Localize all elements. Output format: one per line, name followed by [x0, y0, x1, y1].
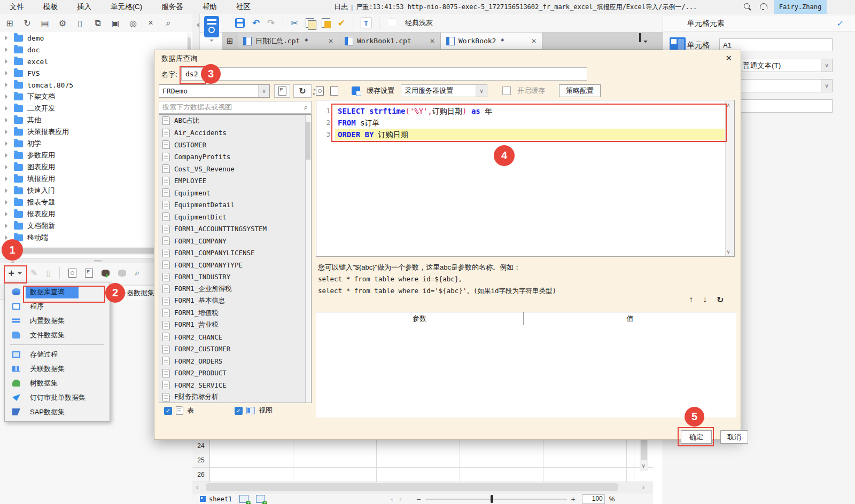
cut-icon[interactable]: ✂ — [291, 18, 298, 29]
menu-item-钉钉审批单数据集[interactable]: 钉钉审批单数据集 — [5, 390, 110, 405]
paste-icon[interactable] — [322, 18, 330, 28]
table-list-item[interactable]: Air_Accidents — [159, 127, 311, 139]
search-icon[interactable] — [744, 3, 751, 11]
grid-cell[interactable] — [460, 468, 543, 482]
table-list-item[interactable]: FORM2_SERVICE — [159, 379, 311, 391]
table-list-item[interactable]: Cost_VS_Revenue — [159, 163, 311, 175]
sql-line[interactable]: 3ORDER BY 订购日期 — [316, 129, 734, 140]
edit-dataset-icon[interactable]: ✎ — [30, 268, 37, 278]
menubar-item[interactable]: 模板 — [34, 2, 67, 12]
expand-triangle-icon[interactable] — [5, 141, 10, 146]
expand-triangle-icon[interactable] — [5, 71, 10, 75]
preview-dataset-icon[interactable] — [68, 269, 76, 278]
close-tab-icon[interactable]: ✕ — [524, 37, 537, 45]
refresh-icon[interactable]: ↻ — [22, 18, 33, 28]
expand-triangle-icon[interactable] — [5, 118, 10, 122]
table-list-item[interactable]: FORM2_CHANCE — [159, 331, 311, 343]
sql-editor[interactable]: 1SELECT strftime('%Y',订购日期) as 年2FROM s订… — [316, 100, 735, 257]
expand-triangle-icon[interactable] — [5, 106, 10, 111]
connect-database-icon[interactable] — [102, 270, 110, 277]
scroll-left-icon[interactable]: ‹ — [192, 484, 202, 491]
file-tab[interactable]: WorkBook2 *✕ — [441, 33, 542, 49]
theme-label[interactable]: 经典浅灰 — [405, 18, 433, 28]
expand-triangle-icon[interactable] — [5, 83, 10, 87]
file-tab[interactable]: 日期汇总.cpt *✕ — [238, 33, 339, 49]
expand-triangle-icon[interactable] — [5, 59, 10, 64]
cancel-button[interactable]: 取消 — [720, 430, 748, 444]
expand-triangle-icon[interactable] — [5, 177, 10, 181]
grid-cell[interactable] — [293, 468, 377, 482]
menubar-item[interactable]: 单元格(C) — [101, 2, 152, 12]
expand-triangle-icon[interactable] — [5, 94, 10, 99]
sheet-tab[interactable]: sheet1 — [209, 495, 232, 503]
expand-triangle-icon[interactable] — [5, 165, 10, 169]
undo-icon[interactable]: ↶ — [252, 18, 260, 29]
scroll-right-icon[interactable]: › — [642, 484, 644, 491]
table-list-item[interactable]: ABC占比 — [159, 115, 311, 127]
menubar-item[interactable]: 插入 — [67, 2, 101, 12]
menu-item-SAP数据集[interactable]: SAP数据集 — [5, 405, 110, 419]
new-template-icon[interactable]: ⊞ — [4, 18, 15, 28]
copy-template-icon[interactable]: ⧉ — [92, 18, 103, 28]
spreadsheet-grid[interactable]: 242526 — [192, 438, 653, 483]
table-list-item[interactable]: F财务指标分析 — [159, 391, 311, 404]
pane-splitter[interactable]: ◂▸ — [313, 88, 315, 96]
table-list-item[interactable]: FORM1_增值税 — [159, 307, 311, 319]
expand-triangle-icon[interactable] — [5, 224, 10, 228]
menu-item-树数据集[interactable]: 树数据集 — [5, 376, 110, 390]
form-icon[interactable]: ▤ — [40, 18, 50, 28]
table-list-item[interactable]: CUSTOMER — [159, 139, 311, 151]
menu-item-关联数据集[interactable]: 关联数据集 — [5, 361, 110, 376]
table-list-item[interactable]: EquipmentDict — [159, 211, 311, 223]
table-list-item[interactable]: FORM1_ACCOUNTTINGSYSTEM — [159, 223, 311, 235]
view-checkbox[interactable]: ✓ — [235, 407, 243, 415]
table-list-item[interactable]: FORM1_企业所得税 — [159, 283, 311, 295]
copy-icon[interactable] — [306, 18, 314, 28]
menu-item-存储过程[interactable]: 存储过程 — [5, 347, 110, 361]
grid-cell[interactable] — [460, 439, 543, 453]
expand-triangle-icon[interactable] — [5, 130, 10, 134]
grid-row[interactable]: 24 — [192, 439, 653, 453]
zoom-slider-thumb[interactable] — [491, 495, 493, 503]
delete-icon[interactable]: ▯ — [75, 18, 86, 28]
format-painter-icon[interactable]: ✔ — [338, 18, 345, 29]
grid-cell[interactable] — [377, 439, 460, 453]
grid-cell[interactable] — [377, 468, 460, 482]
table-list[interactable]: ABC占比Air_AccidentsCUSTOMERCompanyProfits… — [159, 114, 312, 403]
sql-editor-scrollbar[interactable]: ∧∨ — [725, 101, 734, 256]
sql-line[interactable]: 1SELECT strftime('%Y',订购日期) as 年 — [316, 105, 734, 117]
close-icon[interactable]: ✕ — [725, 53, 732, 63]
menu-item-数据库查询[interactable]: 数据库查询 — [5, 285, 110, 299]
locate-icon[interactable]: ◎ — [128, 18, 138, 28]
ok-button[interactable]: 确定 — [681, 430, 712, 444]
add-dataset-button[interactable]: ＋ — [6, 266, 22, 279]
expand-triangle-icon[interactable] — [5, 48, 10, 52]
disconnect-database-icon[interactable] — [118, 270, 126, 277]
settings-icon[interactable]: ⚙ — [57, 18, 68, 28]
grid-cell[interactable] — [377, 453, 460, 468]
table-list-item[interactable]: FORM2_CUSTOMER — [159, 343, 311, 356]
menu-item-文件数据集[interactable]: 文件数据集 — [5, 328, 110, 342]
parameter-table-body[interactable] — [316, 325, 736, 418]
preview-sql-icon[interactable] — [316, 86, 324, 96]
text-tool-icon[interactable]: T — [361, 18, 371, 28]
table-list-item[interactable]: Equipment — [159, 187, 311, 199]
redo-icon[interactable]: ↷ — [267, 18, 275, 29]
zoom-value[interactable]: 100 — [582, 494, 605, 504]
user-account[interactable]: Fairy.Zhang — [774, 0, 827, 14]
search-tree-icon[interactable]: ⌕ — [163, 18, 174, 28]
table-list-item[interactable]: FORM2_ORDERS — [159, 355, 311, 367]
close-tab-icon[interactable]: ✕ — [321, 37, 333, 45]
table-list-item[interactable]: EquipmentDetail — [159, 199, 311, 211]
grid-cell[interactable] — [543, 468, 627, 482]
table-list-item[interactable]: CompanyProfits — [159, 151, 311, 163]
sql-file-icon[interactable] — [330, 86, 338, 96]
expand-triangle-icon[interactable] — [5, 153, 10, 158]
expand-triangle-icon[interactable] — [5, 188, 10, 193]
menu-item-内置数据集[interactable]: 内置数据集 — [5, 313, 110, 328]
tree-item[interactable]: demo — [0, 32, 192, 44]
grid-cell[interactable] — [543, 453, 627, 468]
move-down-icon[interactable]: ↓ — [703, 295, 707, 305]
table-list-scrollbar[interactable] — [305, 115, 311, 403]
expand-triangle-icon[interactable] — [5, 36, 10, 40]
